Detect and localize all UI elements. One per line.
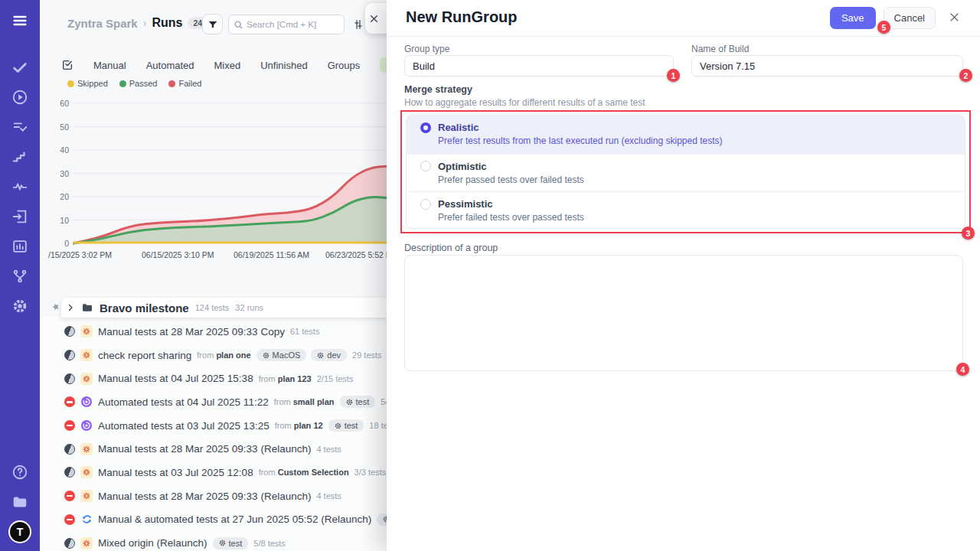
run-tests-count: 54 tests [381, 397, 387, 406]
run-title: Manual tests at 04 Jul 2025 15:38 [98, 373, 253, 384]
run-type-icon [80, 514, 93, 526]
run-title: check report sharing [98, 350, 191, 361]
app-logo[interactable]: T [10, 522, 30, 542]
run-list-item[interactable]: Manual & automated tests at 27 Jun 2025 … [40, 508, 387, 532]
run-list-item[interactable]: check report sharing from plan one MacOS… [40, 344, 387, 367]
option-realistic[interactable]: Realistic Prefer test results from the l… [407, 116, 965, 154]
run-tags: MacOSdev [256, 349, 347, 361]
run-source: from Custom Selection [259, 468, 349, 477]
run-tag[interactable]: MacOS [256, 349, 307, 361]
branches-icon[interactable] [10, 266, 30, 286]
import-icon[interactable] [10, 207, 30, 227]
y-axis-tick: 50 [49, 122, 69, 132]
group-type-select[interactable] [404, 55, 674, 77]
merge-strategy-hint: How to aggregate results for different r… [404, 97, 645, 108]
run-type-icon [80, 443, 93, 455]
run-tag[interactable]: test [213, 537, 249, 549]
run-tags: test [377, 514, 387, 526]
run-status-icon [64, 396, 75, 407]
chevron-right-icon[interactable] [66, 303, 75, 312]
option-description: Prefer passed tests over failed tests [438, 174, 952, 185]
milestone-folder-row[interactable]: Bravo milestone 124 tests 32 runs [61, 298, 387, 318]
y-axis-tick: 40 [49, 145, 69, 155]
run-tag[interactable]: test [328, 419, 364, 432]
run-list-item[interactable]: Manual tests at 04 Jul 2025 15:38 from p… [40, 367, 387, 390]
run-type-icon [80, 490, 93, 502]
run-tags: test [328, 419, 364, 432]
run-title: Manual tests at 03 Jul 2025 12:08 [98, 467, 253, 478]
description-textarea[interactable] [404, 255, 963, 371]
milestone-tests-count: 124 tests [195, 303, 230, 312]
y-axis-tick: 60 [49, 99, 69, 108]
run-source: from plan 123 [259, 374, 312, 383]
logo-t-icon: T [10, 522, 30, 542]
option-pessimistic[interactable]: Pessimistic Prefer failed tests over pas… [407, 191, 965, 229]
run-source: from plan 12 [275, 421, 323, 430]
tests-check-icon[interactable] [10, 57, 30, 77]
run-status-icon [64, 467, 75, 478]
run-title: Manual tests at 28 Mar 2025 09:33 (Relau… [98, 443, 311, 455]
radio-selected-icon[interactable] [420, 122, 431, 133]
build-name-label: Name of Build [691, 44, 749, 54]
run-list-item[interactable]: Manual tests at 28 Mar 2025 09:33 (Relau… [40, 484, 387, 508]
run-tests-count: 4 tests [316, 445, 341, 454]
annotation-step-3: 3 [962, 227, 975, 240]
run-tests-count: 29 tests [352, 350, 382, 360]
run-status-icon [64, 373, 75, 384]
runs-panel: Zyntra Spark › Runs 241 Manual Automated… [40, 0, 387, 551]
run-status-icon [64, 491, 75, 501]
run-status-icon [64, 420, 75, 431]
run-type-icon [80, 396, 93, 408]
runs-play-icon[interactable] [10, 87, 30, 107]
option-description: Prefer failed tests over passed tests [438, 212, 952, 223]
analytics-pulse-icon[interactable] [10, 177, 30, 197]
cancel-button[interactable]: Cancel [884, 7, 936, 29]
run-title: Manual & automated tests at 27 Jun 2025 … [98, 514, 371, 525]
option-optimistic[interactable]: Optimistic Prefer passed tests over fail… [407, 154, 965, 192]
description-label: Description of a group [404, 243, 498, 253]
option-title: Pessimistic [438, 198, 493, 210]
x-axis-tick: /15/2025 3:02 PM [48, 250, 112, 259]
run-status-icon [64, 350, 75, 360]
save-button[interactable]: Save [830, 7, 876, 29]
run-tag[interactable]: test [377, 514, 387, 526]
radio-icon[interactable] [420, 161, 431, 171]
run-list-item[interactable]: Automated tests at 03 Jul 2025 13:25 fro… [40, 414, 387, 438]
help-icon[interactable] [10, 462, 30, 482]
run-list-item[interactable]: Manual tests at 28 Mar 2025 09:33 Copy 6… [40, 320, 387, 344]
run-list-item[interactable]: Mixed origin (Relaunch) test 5/8 tests [40, 531, 387, 551]
run-status-icon [64, 514, 75, 525]
y-axis-tick: 20 [49, 192, 69, 201]
run-title: Mixed origin (Relaunch) [98, 537, 207, 549]
hamburger-menu-icon[interactable] [10, 11, 30, 31]
run-type-icon [80, 466, 93, 478]
run-source: from small plan [274, 397, 335, 406]
x-axis-tick: 06/15/2025 3:10 PM [142, 250, 214, 259]
run-tag[interactable]: test [340, 396, 376, 408]
run-list-item[interactable]: Manual tests at 03 Jul 2025 12:08 from C… [40, 461, 387, 484]
y-axis-tick: 10 [49, 216, 69, 225]
build-name-input[interactable] [691, 55, 963, 77]
app-sidebar: T [0, 0, 40, 551]
test-plans-list-icon[interactable] [10, 117, 30, 137]
radio-icon[interactable] [420, 199, 431, 210]
run-list-item[interactable]: Manual tests at 28 Mar 2025 09:33 (Relau… [40, 437, 387, 461]
run-title: Automated tests at 03 Jul 2025 13:25 [98, 420, 270, 432]
y-axis-tick: 0 [49, 239, 69, 248]
drawer-close-icon[interactable] [949, 11, 960, 26]
runs-trend-chart: 0102030405060/15/2025 3:02 PM06/15/2025 … [40, 0, 387, 268]
merge-strategy-options: Realistic Prefer test results from the l… [406, 115, 965, 229]
reports-chart-icon[interactable] [10, 236, 30, 256]
run-tests-count: 2/15 tests [317, 374, 354, 383]
milestones-steps-icon[interactable] [10, 147, 30, 167]
annotation-step-5: 5 [877, 21, 890, 34]
run-tags: test [340, 396, 376, 408]
run-list-item[interactable]: Automated tests at 04 Jul 2025 11:22 fro… [40, 390, 387, 414]
option-description: Prefer test results from the last execut… [438, 135, 952, 146]
settings-gear-icon[interactable] [10, 296, 30, 316]
close-icon[interactable] [369, 14, 379, 24]
projects-folder-icon[interactable] [10, 492, 30, 512]
annotation-step-4: 4 [956, 363, 969, 376]
run-type-icon [80, 419, 93, 432]
run-tag[interactable]: dev [311, 349, 347, 361]
